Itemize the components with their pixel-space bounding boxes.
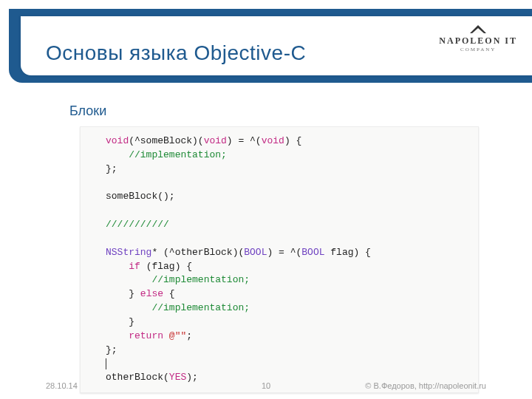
text-cursor-icon xyxy=(106,358,106,369)
code-token: ) = ^( xyxy=(267,247,301,258)
code-token: ) { xyxy=(284,135,301,146)
code-token: void xyxy=(204,135,227,146)
bullet-item: Блоки xyxy=(61,103,488,119)
code-comment: /////////// xyxy=(106,219,169,230)
code-comment: //implementation; xyxy=(151,302,250,313)
code-token: @"" xyxy=(163,330,186,341)
code-token: BOOL xyxy=(301,247,324,258)
code-token: } xyxy=(129,288,140,299)
code-token: BOOL xyxy=(244,247,267,258)
code-token: flag) { xyxy=(325,247,371,258)
footer: 28.10.14 10 © В.Федоров, http://napoleon… xyxy=(0,381,532,390)
code-token: { xyxy=(163,288,175,299)
code-token: ; xyxy=(186,330,192,341)
code-token: ) = ^( xyxy=(227,135,262,146)
logo-subtext: COMPANY xyxy=(439,47,517,52)
logo-mark-icon xyxy=(439,24,517,34)
code-token: void xyxy=(106,135,129,146)
code-token: (^someBlock)( xyxy=(129,135,203,146)
code-token: void xyxy=(262,135,284,146)
content-area: Блоки void(^someBlock)(void) = ^(void) {… xyxy=(50,103,488,393)
code-token: return xyxy=(129,330,163,341)
code-comment: //implementation; xyxy=(129,149,227,160)
page-title: Основы языка Objective-C xyxy=(46,41,306,65)
logo-text: NAPOLEON IT xyxy=(439,35,517,47)
code-token: someBlock(); xyxy=(106,191,175,202)
code-token: if xyxy=(129,261,140,272)
code-token: }; xyxy=(106,344,117,355)
code-block: void(^someBlock)(void) = ^(void) { //imp… xyxy=(80,126,479,393)
code-token: else xyxy=(140,288,163,299)
code-token: * (^otherBlock)( xyxy=(151,247,244,258)
code-comment: //implementation; xyxy=(151,274,250,285)
code-token: } xyxy=(129,316,134,327)
footer-page-number: 10 xyxy=(0,381,532,390)
company-logo: NAPOLEON IT COMPANY xyxy=(439,24,517,52)
bullet-text: Блоки xyxy=(69,103,106,119)
code-token: }; xyxy=(106,163,117,174)
code-token: (flag) { xyxy=(140,261,192,272)
code-token: NSString xyxy=(106,247,151,258)
